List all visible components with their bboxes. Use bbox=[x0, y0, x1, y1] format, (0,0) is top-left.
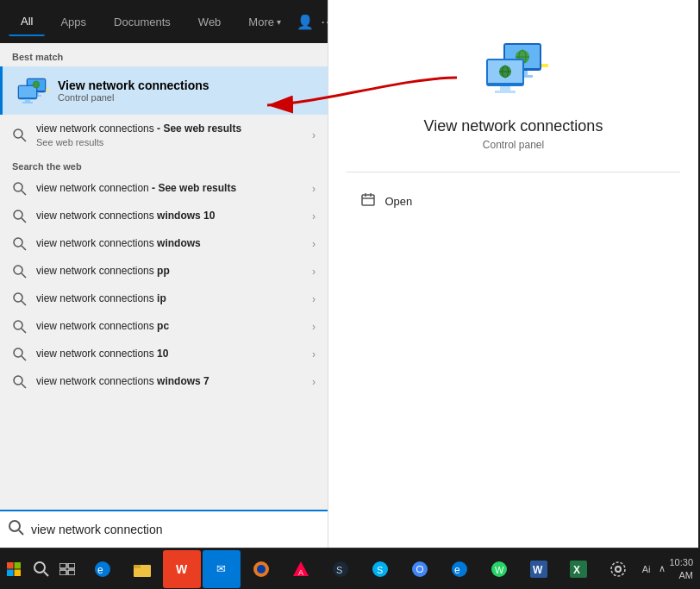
tab-all[interactable]: All bbox=[9, 8, 45, 36]
taskbar-office-icon[interactable]: W bbox=[163, 550, 201, 588]
taskbar-firefox-icon[interactable] bbox=[242, 550, 280, 588]
cortana-search-button[interactable] bbox=[28, 548, 55, 590]
task-view-button[interactable] bbox=[55, 550, 80, 588]
svg-rect-40 bbox=[541, 64, 548, 67]
result-item-0[interactable]: view network connection - See web result… bbox=[0, 175, 328, 203]
svg-text:S: S bbox=[336, 565, 342, 575]
svg-line-16 bbox=[22, 191, 26, 195]
result-item-4[interactable]: view network connections ip › bbox=[0, 285, 328, 313]
search-icon-4 bbox=[12, 291, 28, 307]
tray-up-icon[interactable]: ∧ bbox=[659, 563, 666, 574]
taskbar-avast-icon[interactable]: A bbox=[282, 550, 320, 588]
arrow-icon-5: › bbox=[312, 321, 316, 333]
search-panel: All Apps Documents Web More 👤 ⋯ Best mat… bbox=[0, 0, 328, 548]
tab-documents[interactable]: Documents bbox=[102, 9, 183, 35]
svg-point-53 bbox=[34, 562, 45, 573]
taskbar-steam-icon[interactable]: S bbox=[322, 550, 359, 588]
svg-point-83 bbox=[611, 562, 625, 576]
start-menu: All Apps Documents Web More 👤 ⋯ Best mat… bbox=[0, 0, 698, 548]
result-text-6: view network connections 10 bbox=[36, 348, 312, 361]
taskbar-ai[interactable]: Ai bbox=[637, 564, 656, 574]
search-icon-0 bbox=[12, 181, 28, 197]
tab-more[interactable]: More bbox=[236, 9, 293, 35]
web-result-text: view network connections - See web resul… bbox=[36, 122, 312, 148]
svg-point-64 bbox=[257, 565, 266, 573]
preview-title: View network connections bbox=[424, 117, 603, 135]
taskbar-excel-icon[interactable]: X bbox=[559, 550, 597, 588]
result-text-3: view network connections pp bbox=[36, 265, 312, 279]
result-item-6[interactable]: view network connections 10 › bbox=[0, 341, 328, 368]
open-icon bbox=[360, 191, 376, 210]
best-match-title: View network connections bbox=[58, 78, 209, 92]
svg-line-14 bbox=[22, 137, 26, 141]
best-match-item[interactable]: View network connections Control panel bbox=[0, 66, 328, 115]
svg-line-30 bbox=[22, 384, 26, 388]
svg-text:A: A bbox=[298, 568, 303, 577]
search-icon-web bbox=[12, 128, 28, 143]
result-item-7[interactable]: view network connections windows 7 › bbox=[0, 368, 328, 396]
taskbar-apps: e W ✉ A S S e W W bbox=[84, 550, 637, 588]
svg-point-31 bbox=[9, 521, 20, 531]
open-action[interactable]: Open bbox=[347, 186, 679, 216]
svg-rect-12 bbox=[46, 89, 49, 91]
taskbar: e W ✉ A S S e W W bbox=[0, 548, 700, 589]
taskbar-skype-icon[interactable]: S bbox=[361, 550, 399, 588]
svg-line-18 bbox=[22, 218, 26, 222]
arrow-icon: › bbox=[312, 129, 316, 141]
tab-web[interactable]: Web bbox=[186, 9, 234, 35]
svg-line-54 bbox=[44, 572, 48, 576]
result-item-2[interactable]: view network connections windows › bbox=[0, 230, 328, 258]
taskbar-edge2-icon[interactable]: e bbox=[441, 550, 478, 588]
preview-separator bbox=[347, 172, 679, 172]
svg-text:W: W bbox=[495, 565, 504, 575]
best-match-text: View network connections Control panel bbox=[58, 78, 209, 103]
preview-panel: View network connections Control panel O… bbox=[328, 0, 698, 548]
svg-rect-57 bbox=[59, 570, 66, 575]
result-item-1[interactable]: view network connections windows 10 › bbox=[0, 203, 328, 230]
taskbar-mail-icon[interactable]: ✉ bbox=[203, 550, 241, 588]
start-button[interactable] bbox=[0, 548, 28, 590]
search-icon-1 bbox=[12, 209, 28, 224]
result-item-5[interactable]: view network connections pc › bbox=[0, 313, 328, 341]
svg-rect-52 bbox=[14, 569, 21, 576]
result-text-4: view network connections ip bbox=[36, 292, 312, 306]
svg-rect-51 bbox=[7, 569, 14, 576]
taskbar-folder-icon[interactable] bbox=[123, 550, 161, 588]
svg-rect-62 bbox=[134, 565, 141, 568]
svg-point-23 bbox=[14, 293, 22, 302]
svg-rect-50 bbox=[14, 562, 21, 569]
svg-line-22 bbox=[22, 273, 26, 278]
svg-point-25 bbox=[14, 321, 22, 329]
search-box-container bbox=[0, 510, 328, 548]
svg-point-73 bbox=[417, 567, 422, 572]
arrow-icon-6: › bbox=[312, 348, 316, 360]
tab-apps[interactable]: Apps bbox=[48, 9, 98, 35]
svg-text:W: W bbox=[533, 564, 543, 576]
taskbar-whatsapp-icon[interactable]: W bbox=[480, 550, 518, 588]
arrow-icon-1: › bbox=[312, 210, 316, 222]
svg-rect-44 bbox=[495, 91, 516, 93]
svg-point-15 bbox=[14, 183, 22, 191]
result-text-7: view network connections windows 7 bbox=[36, 375, 312, 389]
taskbar-settings-icon[interactable] bbox=[599, 550, 637, 588]
svg-text:e: e bbox=[454, 564, 460, 576]
svg-rect-49 bbox=[7, 562, 14, 569]
person-icon[interactable]: 👤 bbox=[297, 14, 314, 30]
svg-rect-43 bbox=[500, 86, 510, 91]
svg-point-21 bbox=[14, 266, 22, 274]
taskbar-edge-icon[interactable]: e bbox=[84, 550, 122, 588]
network-connections-icon bbox=[15, 73, 49, 108]
taskbar-word-icon[interactable]: W bbox=[520, 550, 558, 588]
taskbar-chrome-icon[interactable] bbox=[401, 550, 439, 588]
best-match-subtitle: Control panel bbox=[58, 92, 209, 103]
svg-rect-48 bbox=[362, 195, 374, 205]
svg-point-13 bbox=[14, 129, 22, 138]
web-search-result[interactable]: view network connections - See web resul… bbox=[0, 116, 328, 154]
search-box-icon bbox=[9, 520, 24, 539]
search-icon-2 bbox=[12, 236, 28, 252]
result-item-3[interactable]: view network connections pp › bbox=[0, 258, 328, 285]
result-text-5: view network connections pc bbox=[36, 320, 312, 334]
svg-rect-56 bbox=[68, 563, 75, 568]
svg-line-28 bbox=[22, 356, 26, 360]
search-input[interactable] bbox=[31, 523, 319, 536]
